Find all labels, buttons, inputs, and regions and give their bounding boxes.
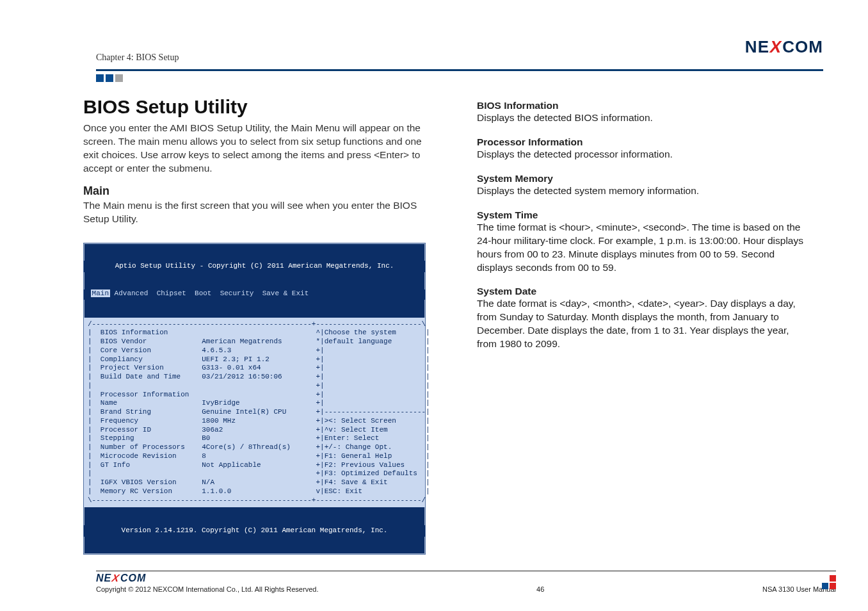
content-area: BIOS Setup Utility Once you enter the AM… [83, 96, 823, 555]
info-term: System Date [477, 286, 803, 297]
bios-footer: Version 2.14.1219. Copyright (C) 2011 Am… [84, 525, 425, 537]
left-column: BIOS Setup Utility Once you enter the AM… [83, 96, 438, 555]
info-desc: Displays the detected BIOS information. [477, 111, 803, 125]
chapter-label: Chapter 4: BIOS Setup [96, 53, 179, 63]
logo-post: COM [120, 573, 146, 584]
page-title: BIOS Setup Utility [83, 96, 438, 118]
main-paragraph: The Main menu is the first screen that y… [83, 199, 438, 226]
brand-logo-bottom: NEXCOM [96, 573, 318, 584]
info-desc: Displays the detected processor informat… [477, 148, 803, 161]
info-desc: The date format is <day>, <month>, <date… [477, 297, 803, 351]
info-term: System Time [477, 209, 803, 221]
info-desc: Displays the detected system memory info… [477, 184, 803, 198]
logo-post: COM [782, 37, 823, 57]
page-header: Chapter 4: BIOS Setup NEXCOM [0, 0, 868, 70]
header-divider [96, 69, 823, 71]
intro-paragraph: Once you enter the AMI BIOS Setup Utilit… [83, 122, 438, 175]
bios-menubar: Main Advanced Chipset Boot Security Save… [84, 289, 425, 300]
page-footer: NEXCOM Copyright © 2012 NEXCOM Internati… [96, 571, 836, 593]
logo-pre: NE [96, 573, 111, 584]
bios-body: /---------------------------------------… [84, 318, 425, 508]
bios-screenshot: Aptio Setup Utility - Copyright (C) 2011… [83, 243, 426, 555]
logo-pre: NE [745, 37, 769, 57]
info-desc: The time format is <hour>, <minute>, <se… [477, 221, 803, 275]
footer-page-number: 46 [536, 585, 544, 593]
accent-square [106, 74, 113, 82]
right-column: BIOS InformationDisplays the detected BI… [477, 96, 803, 555]
bios-menu-selected: Main [91, 289, 110, 297]
info-term: BIOS Information [477, 100, 803, 111]
bios-menu-rest: Advanced Chipset Boot Security Save & Ex… [110, 289, 309, 297]
main-heading: Main [83, 184, 438, 198]
nexcom-logo-icon: NEXCOM [745, 37, 823, 57]
info-term: Processor Information [477, 136, 803, 148]
footer-copyright: Copyright © 2012 NEXCOM International Co… [96, 585, 318, 593]
brand-logo-top: NEXCOM [745, 37, 823, 57]
header-accent-squares [96, 74, 123, 82]
accent-square [115, 74, 123, 82]
info-term: System Memory [477, 173, 803, 184]
footer-corner-icon [822, 573, 836, 589]
bios-title: Aptio Setup Utility - Copyright (C) 2011… [84, 261, 425, 272]
footer-left: NEXCOM Copyright © 2012 NEXCOM Internati… [96, 573, 318, 593]
accent-square [96, 74, 104, 82]
